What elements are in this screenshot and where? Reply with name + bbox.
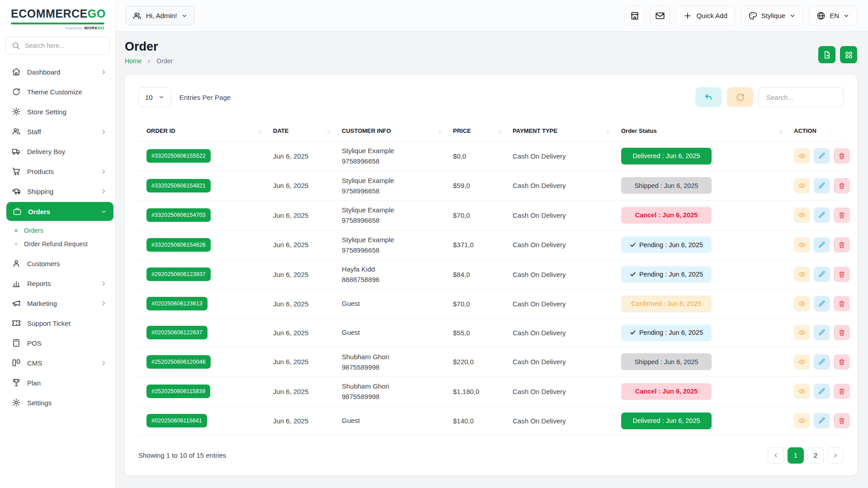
sort-icon[interactable]: ↑↓: [606, 128, 609, 134]
column-header-payment-type[interactable]: PAYMENT TYPE↑↓: [507, 121, 616, 141]
delete-order-button[interactable]: [834, 325, 850, 340]
sidebar-item-pos[interactable]: POS: [0, 333, 115, 353]
pagination-prev-button[interactable]: [768, 447, 784, 464]
sidebar-item-staff[interactable]: Staff: [0, 122, 115, 141]
delete-order-button[interactable]: [834, 296, 850, 311]
delete-order-button[interactable]: [834, 384, 850, 399]
entries-per-page-select[interactable]: 10: [138, 87, 171, 107]
view-order-button[interactable]: [794, 296, 810, 311]
order-id-badge[interactable]: #2520250606115839: [146, 385, 210, 398]
edit-order-button[interactable]: [814, 325, 830, 340]
sidebar-item-shipping[interactable]: Shipping: [0, 181, 115, 201]
edit-order-button[interactable]: [814, 384, 830, 399]
view-order-button[interactable]: [794, 384, 810, 399]
sidebar-item-reports[interactable]: Reports: [0, 273, 115, 293]
sort-icon[interactable]: ↑↓: [498, 128, 501, 134]
order-id-badge[interactable]: #020250606123613: [146, 297, 208, 310]
storefront-button[interactable]: [625, 6, 645, 26]
language-switcher-button[interactable]: EN: [809, 6, 857, 26]
sidebar-item-settings[interactable]: Settings: [0, 393, 115, 413]
sidebar-item-theme-customize[interactable]: Theme Customize: [0, 82, 115, 102]
customer-name: Shubham Ghori: [342, 352, 441, 362]
view-order-button[interactable]: [794, 267, 810, 282]
delete-order-button[interactable]: [834, 148, 850, 164]
payment-type: Cash On Delivery: [507, 417, 616, 425]
delete-order-button[interactable]: [834, 354, 850, 370]
sidebar-item-plan[interactable]: Plan: [0, 373, 115, 393]
sort-icon[interactable]: ↑↓: [258, 128, 261, 134]
order-id-badge[interactable]: #020250606122637: [146, 326, 208, 339]
sidebar-search-input[interactable]: [25, 42, 104, 49]
app-logo: ECOMMERCEGO Powered By WORKDO: [0, 0, 115, 30]
edit-order-button[interactable]: [814, 413, 830, 428]
column-header-customer-info[interactable]: CUSTOMER INFO↑↓: [336, 121, 448, 141]
sidebar-item-products[interactable]: Products: [0, 161, 115, 181]
reset-filter-button[interactable]: [695, 87, 722, 107]
order-status-cell: Pending : Jun 6, 2025: [616, 236, 788, 253]
order-id-badge[interactable]: #3320250606154821: [146, 179, 211, 192]
sidebar-subitem-orders[interactable]: Orders: [0, 224, 115, 237]
refresh-button[interactable]: [727, 87, 753, 107]
view-order-button[interactable]: [794, 207, 810, 223]
view-order-button[interactable]: [794, 237, 810, 253]
export-button[interactable]: [818, 46, 835, 63]
edit-order-button[interactable]: [814, 148, 830, 164]
sort-icon[interactable]: ↑↓: [327, 128, 330, 134]
grid-view-button[interactable]: [840, 46, 857, 63]
admin-menu-button[interactable]: Hi, Admin!: [126, 6, 194, 25]
order-id-badge[interactable]: #3320250606155522: [146, 149, 211, 163]
store-switcher-button[interactable]: Stylique: [741, 6, 803, 26]
pagination-next-button[interactable]: [827, 447, 844, 464]
sidebar-item-marketing[interactable]: Marketing: [0, 293, 115, 313]
sidebar-item-delivery-boy[interactable]: Delivery Boy: [0, 141, 115, 161]
chevron-down-icon: [100, 208, 107, 215]
edit-order-button[interactable]: [814, 207, 830, 223]
sidebar-item-dashboard[interactable]: Dashboard: [0, 62, 115, 82]
view-order-button[interactable]: [794, 325, 810, 340]
column-header-price[interactable]: PRICE↑↓: [448, 121, 507, 141]
sort-icon[interactable]: ↑↓: [438, 128, 441, 134]
breadcrumb-home-link[interactable]: Home: [125, 57, 142, 65]
delete-order-button[interactable]: [834, 237, 850, 253]
column-header-date[interactable]: DATE↑↓: [268, 121, 336, 141]
delete-order-button[interactable]: [834, 413, 850, 428]
order-id-badge[interactable]: #2520250606120046: [146, 355, 211, 369]
quick-add-button[interactable]: Quick Add: [675, 6, 735, 26]
order-id-badge[interactable]: #020250606115641: [146, 414, 207, 427]
edit-order-button[interactable]: [814, 354, 830, 370]
edit-order-button[interactable]: [814, 267, 830, 282]
order-id-cell: #020250606123613: [138, 297, 268, 310]
delete-order-button[interactable]: [834, 178, 850, 193]
row-actions: [788, 413, 852, 428]
delete-order-button[interactable]: [834, 267, 850, 282]
row-actions: [788, 237, 852, 253]
edit-order-button[interactable]: [814, 178, 830, 193]
edit-order-button[interactable]: [814, 296, 830, 311]
sidebar-item-store-setting[interactable]: Store Setting: [0, 102, 115, 122]
order-id-badge[interactable]: #3320250606154703: [146, 208, 211, 222]
sidebar-subitem-order-refund-request[interactable]: Order Refund Request: [0, 237, 115, 251]
sidebar-item-orders[interactable]: Orders: [6, 202, 113, 221]
sidebar-item-cms[interactable]: CMS: [0, 353, 115, 373]
column-header-order-id[interactable]: ORDER ID↑↓: [138, 121, 268, 141]
view-order-button[interactable]: [794, 178, 810, 193]
sidebar-item-customers[interactable]: Customers: [0, 253, 115, 273]
storefront-icon: [630, 11, 640, 21]
customer-info: Stylique Example9758996658: [336, 145, 448, 167]
sort-icon[interactable]: ↑↓: [779, 128, 782, 134]
order-id-badge[interactable]: #2920250606123937: [146, 267, 211, 281]
column-header-order-status[interactable]: Order Status↑↓: [616, 121, 788, 141]
view-order-button[interactable]: [794, 354, 810, 370]
view-order-button[interactable]: [794, 413, 810, 428]
bar-chart-icon: [12, 279, 21, 288]
table-header-row: ORDER ID↑↓DATE↑↓CUSTOMER INFO↑↓PRICE↑↓PA…: [138, 121, 844, 141]
sidebar-item-support-ticket[interactable]: Support Ticket: [0, 313, 115, 333]
pagination-page-button[interactable]: 2: [807, 447, 824, 464]
table-search-input[interactable]: [759, 87, 844, 107]
pagination-page-button[interactable]: 1: [788, 447, 804, 464]
view-order-button[interactable]: [794, 148, 810, 164]
delete-order-button[interactable]: [834, 207, 850, 223]
order-id-badge[interactable]: #3320250606154626: [146, 238, 211, 252]
edit-order-button[interactable]: [814, 237, 830, 253]
mail-button[interactable]: [650, 6, 670, 26]
